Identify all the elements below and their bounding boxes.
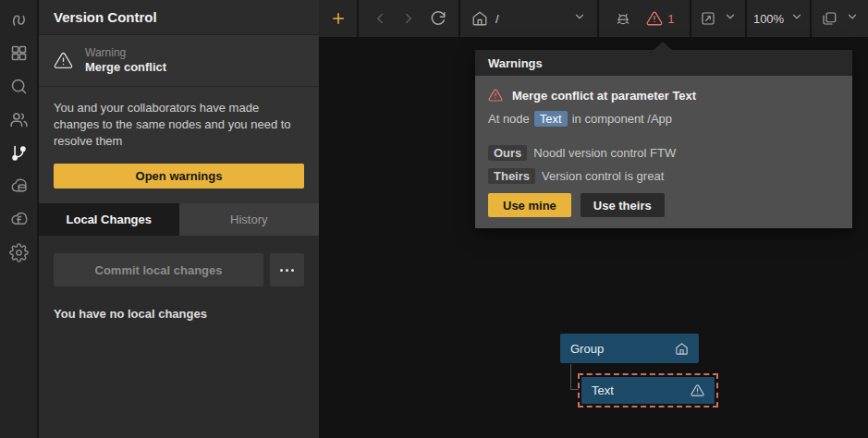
theirs-value: Version control is great [542,169,664,183]
noodl-logo-icon[interactable] [6,7,31,32]
commit-local-changes-button[interactable]: Commit local changes [54,253,263,286]
app-window: Version Control Warning Merge conflict Y… [0,0,868,438]
settings-icon[interactable] [6,240,31,265]
tab-local-changes[interactable]: Local Changes [39,203,179,236]
refresh-button[interactable] [430,10,446,27]
component-path: / [495,12,499,26]
ours-value: Noodl version control FTW [533,146,676,160]
warning-label: Warning [85,46,166,60]
canvas-stage: / [319,0,868,438]
more-options-button[interactable] [270,253,304,286]
warning-count-badge: 1 [667,12,674,26]
ours-row: Ours Noodl version control FTW [488,143,839,162]
node-group[interactable]: Group [560,334,699,363]
preview-size-selector[interactable] [691,0,747,37]
cloud-functions-icon[interactable] [6,207,31,232]
use-theirs-button[interactable]: Use theirs [581,193,665,217]
back-button[interactable] [372,10,388,27]
warning-triangle-icon [488,88,503,103]
conflict-description: You and your collaborators have made cha… [54,100,304,150]
conflict-description-block: You and your collaborators have made cha… [39,87,319,203]
merge-conflict-summary: Warning Merge conflict [39,35,319,87]
forward-button[interactable] [400,10,417,27]
warnings-indicator[interactable]: 1 [646,10,674,27]
chevron-down-icon [724,10,737,27]
use-mine-button[interactable]: Use mine [488,193,571,217]
no-local-changes-message: You have no local changes [54,307,304,321]
popup-notch [654,42,672,50]
warning-triangle-icon [691,383,704,397]
cloud-services-icon[interactable] [6,174,31,199]
chevron-down-icon [573,10,586,27]
open-warnings-button[interactable]: Open warnings [54,164,304,189]
warnings-popup: Warnings Merge conflict at parameter Tex… [475,50,852,228]
tab-history[interactable]: History [179,203,320,236]
home-icon [675,342,689,356]
stacked-windows-icon [821,10,837,27]
chevron-down-icon [846,10,859,27]
popup-header: Warnings [475,50,852,76]
more-options-icon [280,269,283,272]
search-icon[interactable] [6,74,31,99]
conflict-title: Merge conflict at parameter Text [512,89,696,103]
chevron-down-icon [790,10,803,27]
warning-triangle-icon [54,51,73,70]
popup-title: Warnings [488,56,543,70]
ours-badge: Ours [488,145,527,161]
conflict-location: At node Text in component /App [488,109,839,128]
popup-body: Merge conflict at parameter Text At node… [475,76,852,228]
components-icon[interactable] [6,41,31,66]
panel-title: Version Control [54,9,157,25]
version-control-icon[interactable] [6,140,31,165]
panel-header: Version Control [39,0,319,35]
home-icon [471,10,488,27]
version-control-panel: Version Control Warning Merge conflict Y… [39,0,319,438]
panel-tabs: Local Changes History [39,203,319,236]
windows-selector[interactable] [812,0,868,37]
warning-triangle-icon [646,10,663,27]
node-text-conflict[interactable]: Text [578,373,718,408]
canvas-toolbar: / [319,0,868,37]
collaborators-icon[interactable] [6,107,31,132]
icon-rail [0,0,39,438]
warning-title: Merge conflict [85,60,166,75]
zoom-level: 100% [753,12,784,26]
theirs-row: Theirs Version control is great [488,166,839,185]
node-name-badge: Text [534,111,568,127]
theirs-badge: Theirs [488,168,535,184]
local-changes-content: Commit local changes You have no local c… [39,236,319,438]
node-title: Text [592,383,691,397]
node-title: Group [570,342,675,356]
component-path-selector[interactable]: / [460,0,599,37]
zoom-selector[interactable]: 100% [747,0,812,37]
expand-preview-icon [700,10,716,27]
add-node-button[interactable] [330,10,347,27]
debug-bug-icon[interactable] [615,10,631,27]
